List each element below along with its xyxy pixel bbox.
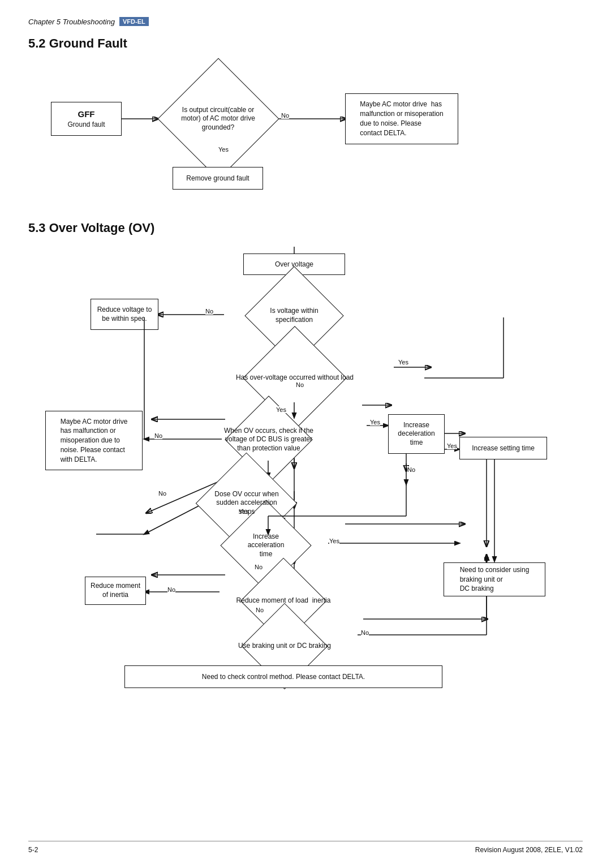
incr-accel-yes-label: Yes [329,538,339,544]
ov-q2-diamond: Has over-voltage occurred without load [165,353,424,403]
reduce-load-no2-label: No [256,607,264,613]
incr-accel-no-label: No [255,564,263,570]
reduce-voltage-box: Reduce voltage tobe within spec. [91,299,158,330]
ov-q3-diamond: When OV occurs, check if thevoltage of D… [170,418,368,462]
page-header: Chapter 5 Troubleshooting VFD-EL [28,17,583,26]
gff-start-box: GFF Ground fault [51,102,122,136]
chapter-label: Chapter 5 Troubleshooting [28,18,115,26]
q2-yes-label: Yes [398,359,408,366]
use-braking-no-label: No [361,629,369,636]
reduce-load-no-label: No [167,586,175,593]
brand-badge: VFD-EL [119,17,149,26]
incr-deccel-no-label: No [407,466,415,473]
section-gff-title: 5.2 Ground Fault [28,36,583,51]
footer-revision: Revision August 2008, 2ELE, V1.02 [475,846,583,854]
gff-flowchart: GFF Ground fault Is output circuit(cable… [34,62,577,204]
ov-flowchart: Over voltage Is voltage withinspecificat… [34,247,577,824]
incr-accel-diamond: Increaseaccelerationtime [204,523,328,568]
q4-no-label: No [158,490,166,497]
gff-no-label: No [281,112,289,119]
page-footer: 5-2 Revision August 2008, 2ELE, V1.02 [28,841,583,854]
gff-action-label: Remove ground fault [186,174,249,183]
section-ov-title: 5.3 Over Voltage (OV) [28,221,583,235]
incr-setting-label: Increase setting time [472,444,535,453]
gff-no-result-box: Maybe AC motor drive hasmalfunction or m… [345,93,458,144]
q3-yes-label: Yes [370,419,380,426]
final-check-label: Need to check control method. Please con… [202,672,365,681]
section-ov: 5.3 Over Voltage (OV) [28,221,583,824]
gff-yes-label: Yes [218,146,229,153]
incr-deccel-box: Increasedecelerationtime [388,414,445,454]
final-check-box: Need to check control method. Please con… [124,665,442,688]
section-gff: 5.2 Ground Fault GFF Ground fault [28,36,583,204]
incr-setting-box: Increase setting time [459,437,547,459]
reduce-moment-box: Reduce momentof inertia [85,577,146,605]
gff-action-box: Remove ground fault [173,167,263,190]
q3-yes2-label: Yes [276,406,286,413]
malfunc-box: Maybe AC motor drivehas malfunction ormi… [45,411,143,470]
q1-no-label: No [205,308,213,315]
gff-question-diamond: Is output circuit(cable ormotor) of AC m… [157,85,279,153]
need-braking-box: Need to consider usingbraking unit orDC … [444,562,545,596]
q3-no-label: No [154,432,162,439]
footer-page-num: 5-2 [28,846,38,854]
incr-deccel-yes-label: Yes [447,442,457,449]
